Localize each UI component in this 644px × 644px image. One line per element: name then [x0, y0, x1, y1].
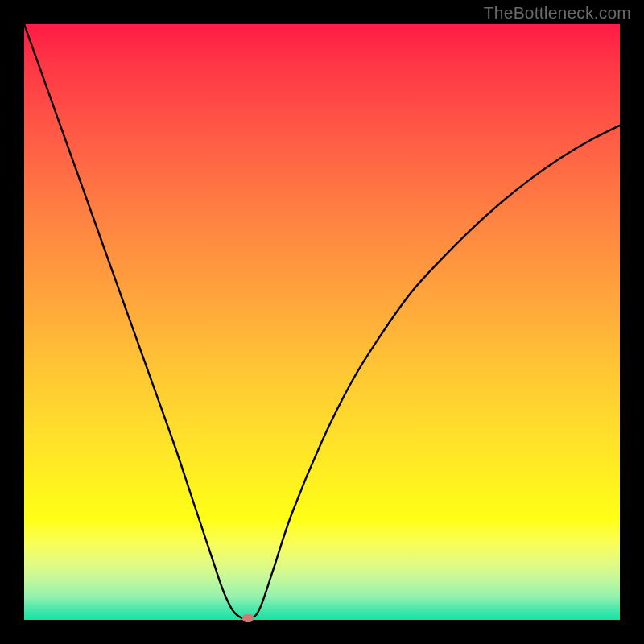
chart-frame: TheBottleneck.com: [0, 0, 644, 644]
curve-svg: [24, 24, 620, 620]
plot-area: [24, 24, 620, 620]
optimal-point-marker: [242, 614, 254, 622]
watermark-text: TheBottleneck.com: [484, 3, 631, 23]
bottleneck-curve: [24, 24, 620, 619]
